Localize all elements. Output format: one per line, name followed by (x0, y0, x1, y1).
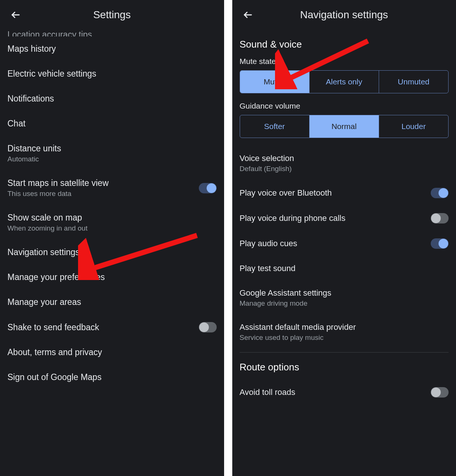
settings-item-navigation[interactable]: Navigation settings (7, 240, 217, 265)
item-label: Notifications (7, 94, 217, 104)
item-label: Shake to send feedback (7, 322, 199, 332)
item-label: Electric vehicle settings (7, 69, 217, 79)
voice-selection-item[interactable]: Voice selection Default (English) (240, 146, 449, 180)
settings-item-signout[interactable]: Sign out of Google Maps (7, 365, 217, 390)
item-sublabel: Service used to play music (240, 334, 449, 342)
settings-item-chat[interactable]: Chat (7, 111, 217, 136)
toggle-phone-calls[interactable] (431, 213, 449, 223)
settings-item-maps-history[interactable]: Maps history (7, 36, 217, 61)
item-label: Assistant default media provider (240, 322, 449, 332)
item-sublabel: When zooming in and out (7, 224, 217, 232)
item-label: Google Assistant settings (240, 288, 449, 298)
settings-list: Location accuracy tips Maps history Elec… (0, 30, 224, 390)
guidance-option-normal[interactable]: Normal (310, 115, 379, 138)
section-route-options: Route options (240, 361, 449, 373)
mute-state-label: Mute state (240, 57, 449, 66)
item-label: Voice selection (240, 154, 449, 163)
item-label: Distance units (7, 144, 217, 154)
audio-cues-item[interactable]: Play audio cues (240, 231, 449, 256)
settings-panel: Settings Location accuracy tips Maps his… (0, 0, 226, 476)
item-label: Sign out of Google Maps (7, 372, 217, 382)
item-label: Play audio cues (240, 239, 431, 248)
mute-option-unmuted[interactable]: Unmuted (379, 71, 448, 93)
item-sublabel: Default (English) (240, 165, 449, 173)
item-label: Show scale on map (7, 213, 217, 223)
page-title: Settings (93, 9, 131, 21)
item-sublabel: This uses more data (7, 190, 199, 198)
guidance-option-softer[interactable]: Softer (240, 115, 310, 138)
mute-option-muted[interactable]: Muted (240, 71, 310, 93)
settings-item-satellite[interactable]: Start maps in satellite view This uses m… (7, 171, 217, 205)
toggle-satellite[interactable] (199, 183, 217, 193)
settings-item-shake[interactable]: Shake to send feedback (7, 315, 217, 340)
header: Settings (0, 0, 224, 30)
assistant-media-item[interactable]: Assistant default media provider Service… (240, 315, 449, 349)
header: Navigation settings (232, 0, 456, 30)
mute-option-alerts[interactable]: Alerts only (310, 71, 379, 93)
settings-item-about[interactable]: About, terms and privacy (7, 340, 217, 365)
page-title: Navigation settings (300, 9, 388, 21)
avoid-tolls-item[interactable]: Avoid toll roads (240, 380, 449, 405)
item-label: Avoid toll roads (240, 387, 431, 397)
back-button[interactable] (7, 7, 24, 23)
item-label: Manage your areas (7, 297, 217, 307)
item-label: Navigation settings (7, 247, 217, 257)
item-sublabel: Automatic (7, 155, 217, 163)
item-label: Play voice over Bluetooth (240, 188, 431, 198)
back-arrow-icon (243, 10, 253, 20)
toggle-bluetooth[interactable] (431, 188, 449, 198)
settings-item-areas[interactable]: Manage your areas (7, 290, 217, 315)
settings-item-distance-units[interactable]: Distance units Automatic (7, 136, 217, 171)
settings-item-preferences[interactable]: Manage your preferences (7, 265, 217, 290)
item-label: Maps history (7, 44, 217, 54)
play-test-sound-item[interactable]: Play test sound (240, 256, 449, 281)
toggle-audio-cues[interactable] (431, 238, 449, 249)
guidance-volume-segment: Softer Normal Louder (240, 115, 449, 138)
guidance-option-louder[interactable]: Louder (379, 115, 448, 138)
toggle-shake[interactable] (199, 322, 217, 332)
bluetooth-voice-item[interactable]: Play voice over Bluetooth (240, 180, 449, 206)
settings-item-notifications[interactable]: Notifications (7, 86, 217, 111)
assistant-settings-item[interactable]: Google Assistant settings Manage driving… (240, 281, 449, 315)
back-arrow-icon (10, 10, 21, 20)
toggle-avoid-tolls[interactable] (431, 387, 449, 398)
mute-state-segment: Muted Alerts only Unmuted (240, 70, 449, 93)
item-label: About, terms and privacy (7, 347, 217, 357)
divider (240, 352, 449, 353)
item-label: Play voice during phone calls (240, 213, 431, 223)
phone-calls-voice-item[interactable]: Play voice during phone calls (240, 206, 449, 231)
item-label: Play test sound (240, 264, 295, 273)
settings-item-scale[interactable]: Show scale on map When zooming in and ou… (7, 205, 217, 240)
section-sound-voice: Sound & voice (240, 39, 449, 50)
navigation-settings-panel: Navigation settings Sound & voice Mute s… (232, 0, 456, 476)
guidance-volume-label: Guidance volume (240, 102, 449, 110)
item-sublabel: Manage driving mode (240, 299, 449, 308)
nav-settings-list: Sound & voice Mute state Muted Alerts on… (232, 39, 456, 405)
cutoff-item: Location accuracy tips (7, 30, 217, 36)
back-button[interactable] (240, 7, 256, 23)
item-label: Manage your preferences (7, 272, 217, 282)
item-label: Start maps in satellite view (7, 178, 199, 188)
settings-item-ev[interactable]: Electric vehicle settings (7, 61, 217, 86)
item-label: Chat (7, 119, 217, 129)
